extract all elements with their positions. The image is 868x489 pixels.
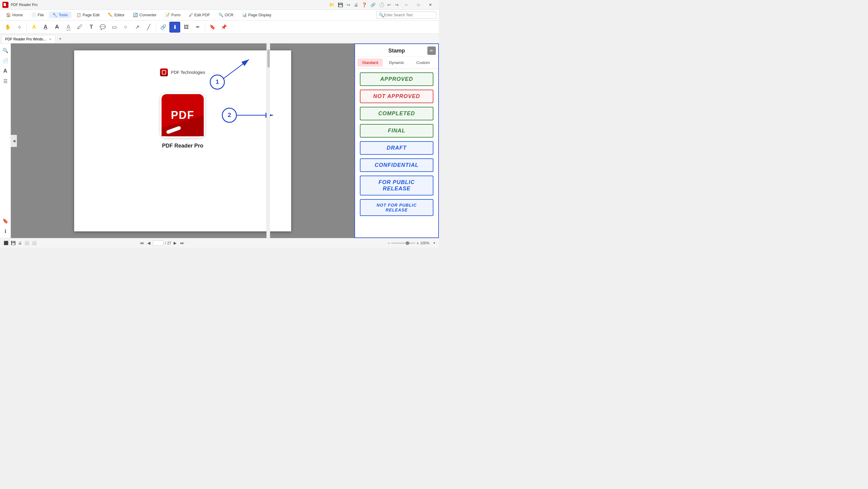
close-button[interactable]: ✕: [424, 0, 436, 10]
squiggly-button[interactable]: A: [63, 22, 74, 33]
menu-tools[interactable]: 🔧 Tools: [49, 11, 71, 19]
sidebar-pages[interactable]: 📄: [1, 56, 10, 65]
sidebar-list[interactable]: ☰: [1, 77, 10, 86]
pdf-page: 1 2 PDF Technologies PDF PDF: [74, 50, 291, 231]
undo-btn[interactable]: ↩: [386, 2, 393, 8]
stamp-list: APPROVED NOT APPROVED COMPLETED FINAL DR…: [355, 69, 438, 237]
pdf-icon-inner: PDF: [161, 94, 204, 136]
vertical-scrollbar[interactable]: [267, 44, 270, 238]
first-page-button[interactable]: ⏮: [138, 240, 145, 246]
stamp-tab-dynamic[interactable]: Dynamic: [384, 59, 409, 67]
image-button[interactable]: 🖼: [181, 22, 192, 33]
zoom-dropdown-icon[interactable]: ▾: [433, 241, 435, 245]
rectangle-button[interactable]: ▭: [109, 22, 120, 33]
menu-converter[interactable]: 🔄 Converter: [129, 11, 160, 19]
brand-name: PDF Technologies: [171, 70, 205, 75]
strikethrough-button[interactable]: A: [52, 22, 62, 33]
underline-text-button[interactable]: A: [40, 22, 51, 33]
stamp-not-approved[interactable]: NOT APPROVED: [360, 90, 433, 103]
menu-home[interactable]: 🏠 Home: [2, 11, 27, 19]
next-page-button[interactable]: ▶: [173, 240, 178, 246]
page-navigation: ⏮ ◀ 1 / 27 ▶ ⏭: [138, 240, 185, 246]
tabbar: PDF Reader Pro Windows... ✕ +: [0, 34, 439, 44]
freehand-button[interactable]: 🖊: [74, 22, 85, 33]
highlight-text-button[interactable]: A: [29, 22, 39, 33]
stamp-tab-custom[interactable]: Custom: [410, 59, 436, 67]
stamp-final[interactable]: FINAL: [360, 124, 433, 138]
page-display-icon: 📊: [242, 13, 247, 17]
save-button[interactable]: 💾: [11, 241, 16, 245]
select-tool-button[interactable]: ⊹: [14, 22, 25, 33]
zoom-out-button[interactable]: −: [388, 241, 390, 246]
page-number-input[interactable]: 1: [153, 240, 164, 246]
stamp-completed[interactable]: COMPLETED: [360, 107, 433, 120]
menu-page-display[interactable]: 📊 Page Display: [239, 11, 275, 19]
last-page-button[interactable]: ⏭: [179, 240, 185, 246]
search-bar[interactable]: 🔍: [376, 11, 436, 19]
line-button[interactable]: ╱: [143, 22, 154, 33]
fullscreen-button[interactable]: ⬜: [32, 241, 36, 245]
print-button[interactable]: 🖨: [18, 241, 22, 245]
stamp-confidential[interactable]: CONFIDENTIAL: [360, 159, 433, 172]
tools-icon: 🔧: [53, 13, 57, 17]
close-tab-icon[interactable]: ✕: [49, 37, 52, 41]
titlebar-icon-link2[interactable]: 🔗: [369, 2, 377, 8]
search-icon: 🔍: [379, 13, 384, 18]
sidebar-search[interactable]: 🔍: [1, 46, 10, 55]
scrollbar-thumb[interactable]: [267, 50, 270, 67]
pin-button[interactable]: 📌: [218, 22, 229, 33]
stamp-approved[interactable]: APPROVED: [360, 73, 433, 86]
converter-icon: 🔄: [133, 13, 138, 17]
titlebar-icon-clock[interactable]: 🕐: [378, 2, 386, 8]
export-button[interactable]: ⬛: [4, 241, 8, 245]
stamp-tab-standard[interactable]: Standard: [358, 59, 383, 67]
stamp-not-for-public-release[interactable]: NOT FOR PUBLIC RELEASE: [360, 199, 433, 216]
scroll-left-button[interactable]: ◀: [11, 135, 17, 147]
sidebar-bookmark[interactable]: 🔖: [1, 216, 10, 225]
titlebar-icon-folder[interactable]: 📁: [328, 2, 336, 8]
titlebar: PDF Reader Pro 📁 💾 ↪ 🖨 ❓ 🔗 🕐 ↩ ↪ ─ □ ✕: [0, 0, 439, 10]
bookmark-button[interactable]: 🔖: [207, 22, 218, 33]
titlebar-icon-share[interactable]: ↪: [345, 2, 352, 8]
arrow-button[interactable]: ↗: [132, 22, 143, 33]
callout-button[interactable]: 💬: [97, 22, 108, 33]
page-total: 27: [167, 241, 171, 245]
link-button[interactable]: 🔗: [158, 22, 169, 33]
hand-tool-button[interactable]: ✋: [2, 22, 13, 33]
stamp-draft[interactable]: DRAFT: [360, 141, 433, 155]
menu-form[interactable]: 📝 Form: [161, 11, 184, 19]
search-input[interactable]: [384, 13, 432, 17]
prev-page-button[interactable]: ◀: [146, 240, 152, 246]
add-tab-button[interactable]: +: [57, 35, 64, 42]
titlebar-icon-print[interactable]: 🖨: [352, 2, 360, 8]
menu-page-edit[interactable]: 📋 Page Edit: [73, 11, 103, 19]
ellipse-button[interactable]: ○: [120, 22, 131, 33]
sidebar-text-tool[interactable]: A: [1, 66, 10, 76]
minimize-button[interactable]: ─: [400, 0, 412, 10]
text-button[interactable]: T: [86, 22, 97, 33]
stamp-for-public-release[interactable]: FOR PUBLIC RELEASE: [360, 176, 433, 196]
stamp-edit-icon[interactable]: ✏: [427, 47, 436, 55]
brand-area: PDF Technologies: [160, 68, 205, 76]
stamp-button[interactable]: ⬇: [169, 22, 180, 33]
zoom-controls: − + 100% ▾: [388, 241, 435, 246]
menu-editor[interactable]: ✏️ Editor: [104, 11, 128, 19]
titlebar-icon-help[interactable]: ❓: [360, 2, 368, 8]
pdf-canvas[interactable]: ◀ ▶ 1: [11, 44, 354, 238]
zoom-fit-button[interactable]: ⬜: [24, 241, 29, 245]
toolbar-divider-2: [156, 23, 156, 31]
maximize-button[interactable]: □: [412, 0, 424, 10]
titlebar-icon-save[interactable]: 💾: [336, 2, 344, 8]
tab-pdf-reader[interactable]: PDF Reader Pro Windows... ✕: [1, 35, 56, 43]
menu-edit-pdf[interactable]: 🖊 Edit PDF: [185, 11, 214, 19]
zoom-in-button[interactable]: +: [416, 241, 419, 246]
zoom-level: 100%: [420, 241, 432, 245]
pen-button[interactable]: ✒: [192, 22, 203, 33]
redo-btn[interactable]: ↪: [394, 2, 400, 8]
menu-file[interactable]: 📄 File: [28, 11, 48, 19]
menu-ocr[interactable]: 🔍 OCR: [215, 11, 237, 19]
toolbar-divider-1: [27, 23, 27, 31]
file-icon: 📄: [31, 13, 36, 17]
sidebar-info[interactable]: ℹ: [1, 227, 10, 236]
zoom-slider[interactable]: [391, 242, 415, 244]
